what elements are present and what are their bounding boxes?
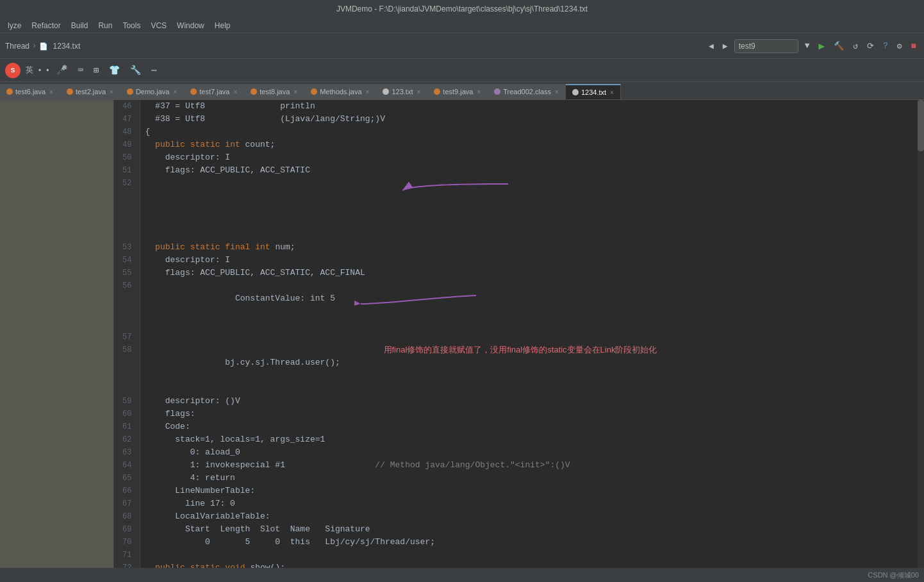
left-gutter [0,100,114,568]
table-row: 57 [114,331,924,344]
tab-icon-java [251,88,257,95]
tab-close[interactable]: × [477,88,481,96]
build-btn[interactable]: 🔨 [831,40,846,53]
menu-tools[interactable]: Tools [117,18,145,33]
back-btn[interactable]: ◀ [706,40,716,53]
sogou-tools[interactable]: 🔧 [128,63,144,77]
line-number: 67 [114,497,140,510]
tab-demo-java[interactable]: Demo.java × [120,84,184,99]
tab-close[interactable]: × [49,88,53,96]
tab-test7-java[interactable]: test7.java × [184,84,244,99]
tab-test6-java[interactable]: test6.java × [0,84,60,99]
menu-window[interactable]: Window [172,18,210,33]
table-row: 61 Code: [114,420,924,433]
code-line: #38 = Utf8 (Ljava/lang/String;)V [140,113,924,126]
tab-icon-java [6,88,13,95]
menu-refactor[interactable]: Refactor [26,18,65,33]
sogou-mic[interactable]: 🎤 [54,63,70,77]
tab-tread002-class[interactable]: Tread002.class × [488,84,566,99]
line-number: 59 [114,395,140,408]
reload-btn[interactable]: ↺ [850,40,861,53]
tab-close[interactable]: × [293,88,297,96]
sogou-lang[interactable]: 英 [26,65,33,76]
code-line: public static final int num; [140,241,924,254]
menu-vcs[interactable]: VCS [145,18,172,33]
sogou-keyboard[interactable]: ⌨ [75,63,85,77]
table-row: 70 0 5 0 this Lbj/cy/sj/Thread/user; [114,536,924,549]
table-row: 71 [114,549,924,561]
line-number: 58 [114,344,140,395]
code-scroll[interactable]: 46 #37 = Utf8 println 47 #38 = Utf8 (Lja… [114,100,924,568]
tab-label: Tread002.class [503,88,551,96]
menu-help[interactable]: Help [210,18,236,33]
code-line: #37 = Utf8 println [140,100,924,113]
line-number: 63 [114,446,140,459]
code-line: public static void show(); [140,561,924,568]
table-row: 63 0: aload_0 [114,446,924,459]
table-row: 72 public static void show(); [114,561,924,568]
menu-lyze[interactable]: lyze [3,18,26,33]
table-row: 56 ConstantValue: int 5 [114,279,924,331]
code-line: 4: return [140,472,924,485]
sogou-skin[interactable]: 👕 [106,63,122,77]
code-line: descriptor: I [140,151,924,164]
line-number: 65 [114,472,140,485]
tab-icon-java [311,88,317,95]
search-input[interactable] [734,39,798,53]
table-row: 64 1: invokespecial #1 // Method java/la… [114,459,924,472]
tab-icon-java [127,88,133,95]
tab-label: test6.java [15,88,45,96]
tab-icon-java [67,88,73,95]
table-row: 53 public static final int num; [114,241,924,254]
tab-icon-java [434,88,440,95]
tab-test9-java[interactable]: test9.java × [427,84,488,99]
menu-build[interactable]: Build [66,18,94,33]
sogou-dot2: • [46,66,49,75]
breadcrumb-thread[interactable]: Thread [5,42,29,51]
tab-close[interactable]: × [233,88,237,96]
tab-close[interactable]: × [555,88,559,96]
tab-close[interactable]: × [417,88,420,96]
sogou-more[interactable]: ⋯ [149,63,159,77]
tab-test8-java[interactable]: test8.java × [244,84,304,99]
sogou-bar: S 英 • • 🎤 ⌨ ⊞ 👕 🔧 ⋯ [0,59,924,82]
line-number: 71 [114,549,140,561]
stop-btn[interactable]: ■ [909,40,919,53]
settings-btn[interactable]: ⚙ [895,40,905,53]
line-number: 46 [114,100,140,113]
code-line: descriptor: ()V [140,395,924,408]
line-number: 50 [114,151,140,164]
tab-icon-class [494,88,500,95]
code-line: Start Length Slot Name Signature [140,523,924,536]
run-btn[interactable]: ▶ [816,38,827,54]
code-editor[interactable]: 46 #37 = Utf8 println 47 #38 = Utf8 (Lja… [114,100,924,568]
search-dropdown-btn[interactable]: ▼ [802,40,813,52]
sogou-grid[interactable]: ⊞ [91,63,101,77]
tab-methods-java[interactable]: Methods.java × [304,84,376,99]
file-icon: 📄 [39,42,48,50]
tab-123-txt[interactable]: 123.txt × [376,84,427,99]
forward-btn[interactable]: ▶ [720,40,730,53]
code-line: 0 5 0 this Lbj/cy/sj/Thread/user; [140,536,924,549]
title-bar: JVMDemo - F:\D:\jianda\JVMDemo\target\cl… [0,0,924,18]
tab-close[interactable]: × [173,88,177,96]
menu-run[interactable]: Run [93,18,117,33]
scrollbar-thumb[interactable] [918,100,924,151]
line-number: 60 [114,408,140,420]
tab-test2-java[interactable]: test2.java × [60,84,120,99]
scrollbar-track[interactable] [918,100,924,568]
line-number: 54 [114,254,140,267]
code-line: 1: invokespecial #1 // Method java/lang/… [140,459,924,472]
breadcrumb-sep: › [32,42,37,51]
table-row: 54 descriptor: I [114,254,924,267]
tab-icon-java [190,88,197,95]
help-btn[interactable]: ? [880,40,891,52]
tab-close[interactable]: × [110,88,113,96]
table-row: 66 LineNumberTable: [114,485,924,497]
tab-close[interactable]: × [366,88,370,96]
history-btn[interactable]: ⟳ [864,40,877,53]
tab-1234-txt[interactable]: 1234.txt × [566,84,621,99]
line-number: 72 [114,561,140,568]
tab-close[interactable]: × [610,89,614,96]
table-row: 67 line 17: 0 [114,497,924,510]
